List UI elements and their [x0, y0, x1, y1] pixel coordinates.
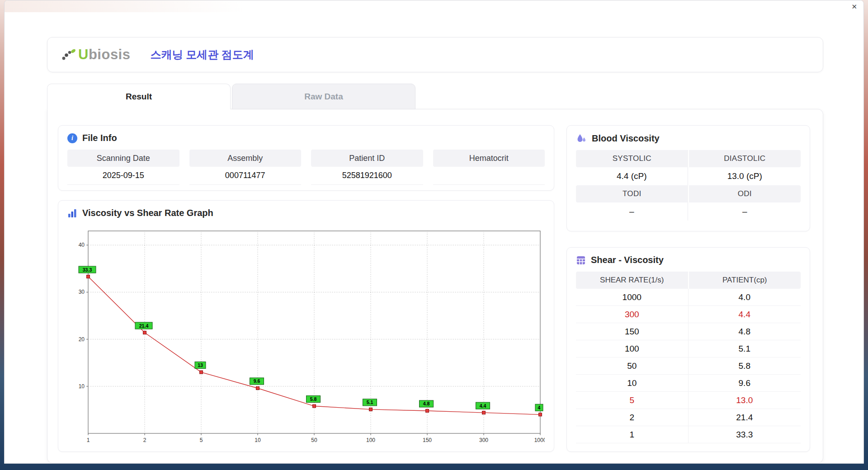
shear-table-row: 505.8: [576, 357, 801, 375]
shear-viscosity-card: Shear - Viscosity SHEAR RATE(1/s) PATIEN…: [566, 247, 810, 452]
svg-text:33.3: 33.3: [83, 267, 92, 273]
window-titlebar: ✕: [5, 0, 863, 12]
field-assembly: Assembly 000711477: [189, 150, 302, 185]
field-scanning-date: Scanning Date 2025-09-15: [67, 150, 179, 185]
shear-table-row: 1504.8: [576, 323, 801, 340]
tab-raw-data[interactable]: Raw Data: [232, 84, 415, 109]
table-icon: [576, 255, 586, 265]
systolic-value: 4.4 (cP): [576, 167, 688, 185]
chart-wrap: 102030401251050100150300100033.321.4139.…: [58, 224, 554, 448]
patient-column-header: PATIENT(cp): [689, 272, 801, 289]
svg-text:10: 10: [255, 437, 261, 443]
patient-viscosity-value: 5.8: [689, 357, 801, 374]
shear-table-body: 10004.03004.41504.81005.1505.8109.6513.0…: [576, 289, 801, 443]
shear-table-row: 109.6: [576, 375, 801, 392]
graph-header: Viscosity vs Shear Rate Graph: [58, 201, 554, 224]
field-value: 000711477: [189, 167, 302, 185]
shear-rate-column-header: SHEAR RATE(1/s): [576, 272, 688, 289]
shear-table: SHEAR RATE(1/s) PATIENT(cp) 10004.03004.…: [576, 272, 801, 443]
shear-rate-value: 2: [576, 409, 689, 426]
odi-label: ODI: [689, 185, 801, 202]
svg-text:10: 10: [79, 383, 85, 390]
app-window: ✕ Ubiosis 스캐닝 모세관 점도계 Result Raw Data: [4, 0, 864, 464]
ubiosis-logo: Ubiosis: [61, 47, 130, 63]
shear-table-row: 10004.0: [576, 289, 801, 306]
shear-rate-value: 300: [576, 306, 689, 323]
app-header: Ubiosis 스캐닝 모세관 점도계: [47, 37, 823, 72]
svg-text:9.6: 9.6: [254, 378, 260, 384]
bar-chart-icon: [67, 208, 77, 218]
patient-viscosity-value: 4.0: [689, 289, 801, 306]
patient-viscosity-value: 21.4: [689, 409, 801, 426]
patient-viscosity-value: 9.6: [689, 375, 801, 391]
shear-rate-value: 5: [576, 392, 689, 409]
shear-viscosity-header: Shear - Viscosity: [567, 248, 810, 271]
logo-mark-icon: [61, 47, 76, 62]
file-info-fields: Scanning Date 2025-09-15 Assembly 000711…: [67, 150, 545, 185]
file-info-title: File Info: [82, 133, 117, 143]
diastolic-value: 13.0 (cP): [689, 167, 801, 185]
right-column: Blood Viscosity SYSTOLIC DIASTOLIC 4.4 (…: [566, 125, 810, 452]
blood-viscosity-grid: SYSTOLIC DIASTOLIC 4.4 (cP) 13.0 (cP) TO…: [576, 150, 801, 221]
shear-rate-value: 1: [576, 426, 689, 443]
left-column: i File Info Scanning Date 2025-09-15 Ass…: [58, 125, 554, 452]
svg-text:5.1: 5.1: [367, 400, 373, 405]
field-value: 2025-09-15: [67, 167, 179, 185]
svg-text:13: 13: [198, 362, 203, 368]
shear-table-head: SHEAR RATE(1/s) PATIENT(cp): [576, 272, 801, 289]
droplet-icon: [576, 133, 587, 144]
viscosity-chart: 102030401251050100150300100033.321.4139.…: [66, 226, 545, 446]
svg-text:100: 100: [366, 437, 375, 443]
systolic-label: SYSTOLIC: [576, 150, 688, 167]
svg-text:4.8: 4.8: [423, 401, 430, 406]
patient-viscosity-value: 4.4: [689, 306, 801, 323]
patient-viscosity-value: 13.0: [689, 392, 801, 409]
svg-text:4: 4: [538, 405, 541, 410]
field-hematocrit: Hematocrit: [433, 150, 545, 185]
logo-text: Ubiosis: [78, 47, 130, 63]
svg-text:4.4: 4.4: [480, 403, 486, 409]
todi-label: TODI: [576, 185, 688, 202]
odi-value: –: [689, 202, 801, 221]
shear-table-row: 3004.4: [576, 306, 801, 323]
close-icon[interactable]: ✕: [851, 3, 857, 10]
diastolic-label: DIASTOLIC: [689, 150, 801, 167]
result-panel: i File Info Scanning Date 2025-09-15 Ass…: [47, 109, 823, 463]
shear-table-row: 133.3: [576, 426, 801, 443]
field-value: 52581921600: [311, 167, 423, 185]
svg-text:21.4: 21.4: [139, 323, 149, 329]
svg-text:30: 30: [79, 289, 85, 295]
shear-rate-value: 100: [576, 340, 689, 357]
svg-text:300: 300: [479, 437, 488, 443]
patient-viscosity-value: 4.8: [689, 323, 801, 340]
blood-viscosity-header: Blood Viscosity: [567, 126, 810, 149]
info-icon: i: [67, 133, 77, 143]
svg-text:40: 40: [79, 242, 85, 248]
svg-text:150: 150: [423, 437, 432, 443]
svg-text:5: 5: [200, 437, 203, 443]
shear-rate-value: 50: [576, 357, 689, 374]
file-info-header: i File Info: [58, 126, 554, 149]
field-patient-id: Patient ID 52581921600: [311, 150, 423, 185]
shear-viscosity-title: Shear - Viscosity: [591, 255, 664, 265]
graph-title: Viscosity vs Shear Rate Graph: [82, 208, 213, 218]
svg-text:20: 20: [79, 336, 85, 343]
svg-text:2: 2: [143, 437, 146, 443]
patient-viscosity-value: 5.1: [689, 340, 801, 357]
todi-value: –: [576, 202, 688, 221]
patient-viscosity-value: 33.3: [689, 426, 801, 443]
shear-rate-value: 10: [576, 375, 689, 391]
page: Ubiosis 스캐닝 모세관 점도계 Result Raw Data i Fi…: [5, 37, 863, 463]
field-label: Hematocrit: [433, 150, 545, 167]
svg-text:5.8: 5.8: [310, 396, 317, 402]
field-label: Assembly: [189, 150, 302, 167]
file-info-card: i File Info Scanning Date 2025-09-15 Ass…: [58, 125, 554, 191]
field-label: Patient ID: [311, 150, 423, 167]
tab-bar: Result Raw Data: [47, 84, 823, 109]
shear-rate-value: 1000: [576, 289, 689, 306]
svg-text:50: 50: [311, 437, 317, 443]
svg-text:1000: 1000: [534, 437, 545, 443]
shear-rate-value: 150: [576, 323, 689, 340]
blood-viscosity-card: Blood Viscosity SYSTOLIC DIASTOLIC 4.4 (…: [566, 125, 810, 231]
tab-result[interactable]: Result: [47, 84, 231, 109]
